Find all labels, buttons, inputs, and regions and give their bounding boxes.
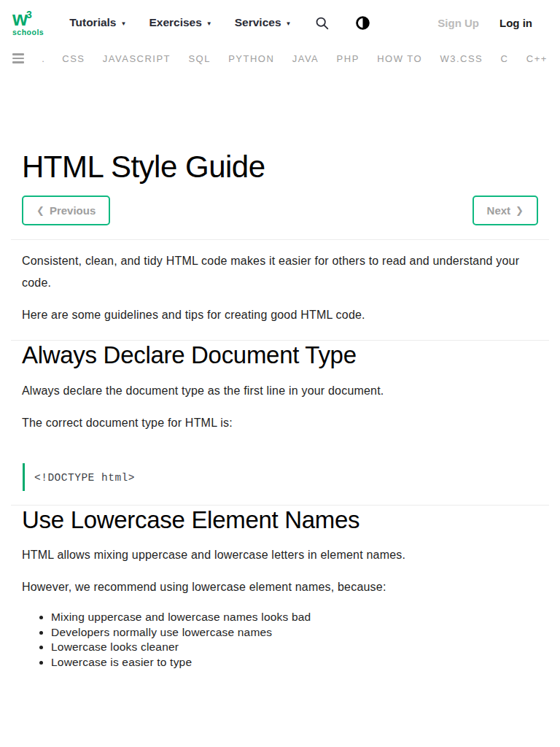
section-declare-doctype: Always Declare Document Type Always decl…: [0, 341, 560, 491]
subnav-item-java[interactable]: JAVA: [292, 53, 319, 64]
next-button[interactable]: Next ❯: [472, 196, 538, 225]
tutorial-navbar: . CSS JAVASCRIPT SQL PYTHON JAVA PHP HOW…: [0, 45, 560, 71]
section-paragraph: HTML allows mixing uppercase and lowerca…: [22, 544, 538, 566]
next-button-label: Next: [487, 204, 511, 217]
intro-paragraph: Here are some guidelines and tips for cr…: [22, 304, 538, 326]
section-paragraph: Always declare the document type as the …: [22, 380, 538, 402]
subnav-item-dot[interactable]: .: [42, 53, 44, 64]
subnav-item-javascript[interactable]: JAVASCRIPT: [103, 53, 171, 64]
subnav-item-css[interactable]: CSS: [62, 53, 85, 64]
subnav-item-cpp[interactable]: C++: [526, 53, 548, 64]
menu-exercises-label: Exercises: [149, 16, 201, 29]
menu-tutorials-label: Tutorials: [69, 16, 116, 29]
top-menu: Tutorials ▼ Exercises ▼ Services ▼: [69, 16, 291, 29]
subnav-item-w3css[interactable]: W3.CSS: [440, 53, 483, 64]
search-button[interactable]: [314, 15, 330, 31]
subnav-item-sql[interactable]: SQL: [188, 53, 211, 64]
caret-down-icon: ▼: [206, 19, 212, 27]
w3schools-logo[interactable]: w3 schools: [12, 10, 44, 36]
logo-w3-mark: w3: [12, 10, 32, 28]
list-item: Lowercase looks cleaner: [51, 640, 538, 655]
section-heading: Always Declare Document Type: [22, 341, 538, 370]
subnav-item-php[interactable]: PHP: [337, 53, 359, 64]
hamburger-menu-icon[interactable]: [12, 53, 24, 63]
main-content: HTML Style Guide ❮ Previous Next ❯ Consi…: [0, 71, 560, 670]
code-text: <!DOCTYPE html>: [34, 472, 135, 484]
subnav-item-c[interactable]: C: [501, 53, 509, 64]
dark-mode-toggle[interactable]: [356, 16, 370, 30]
intro-section: Consistent, clean, and tidy HTML code ma…: [22, 250, 538, 326]
menu-services-label: Services: [235, 16, 281, 29]
section-lowercase-elements: Use Lowercase Element Names HTML allows …: [0, 506, 560, 670]
list-item: Lowercase is easier to type: [51, 655, 538, 670]
reasons-list: Mixing uppercase and lowercase names loo…: [51, 610, 538, 670]
sign-up-link[interactable]: Sign Up: [438, 17, 479, 29]
code-example: <!DOCTYPE html>: [23, 463, 538, 491]
page-title: HTML Style Guide: [22, 150, 538, 184]
subnav-item-python[interactable]: PYTHON: [228, 53, 274, 64]
menu-exercises[interactable]: Exercises ▼: [149, 16, 211, 29]
list-item: Mixing uppercase and lowercase names loo…: [51, 610, 538, 625]
contrast-icon: [356, 16, 370, 30]
divider: [11, 239, 549, 240]
chevron-left-icon: ❮: [36, 205, 44, 216]
caret-down-icon: ▼: [286, 19, 292, 27]
search-icon: [314, 15, 330, 31]
menu-tutorials[interactable]: Tutorials ▼: [69, 16, 126, 29]
top-navbar: w3 schools Tutorials ▼ Exercises ▼ Servi…: [0, 0, 560, 45]
previous-button[interactable]: ❮ Previous: [22, 196, 110, 225]
subnav-item-howto[interactable]: HOW TO: [377, 53, 422, 64]
pager: ❮ Previous Next ❯: [22, 196, 538, 225]
section-heading: Use Lowercase Element Names: [22, 506, 538, 535]
section-paragraph: However, we recommend using lowercase el…: [22, 576, 538, 598]
menu-services[interactable]: Services ▼: [235, 16, 292, 29]
caret-down-icon: ▼: [121, 19, 127, 27]
logo-schools-text: schools: [12, 28, 44, 36]
previous-button-label: Previous: [50, 204, 96, 217]
list-item: Developers normally use lowercase names: [51, 625, 538, 640]
log-in-link[interactable]: Log in: [499, 17, 532, 29]
intro-paragraph: Consistent, clean, and tidy HTML code ma…: [22, 250, 538, 294]
chevron-right-icon: ❯: [516, 205, 524, 216]
section-paragraph: The correct document type for HTML is:: [22, 412, 538, 434]
